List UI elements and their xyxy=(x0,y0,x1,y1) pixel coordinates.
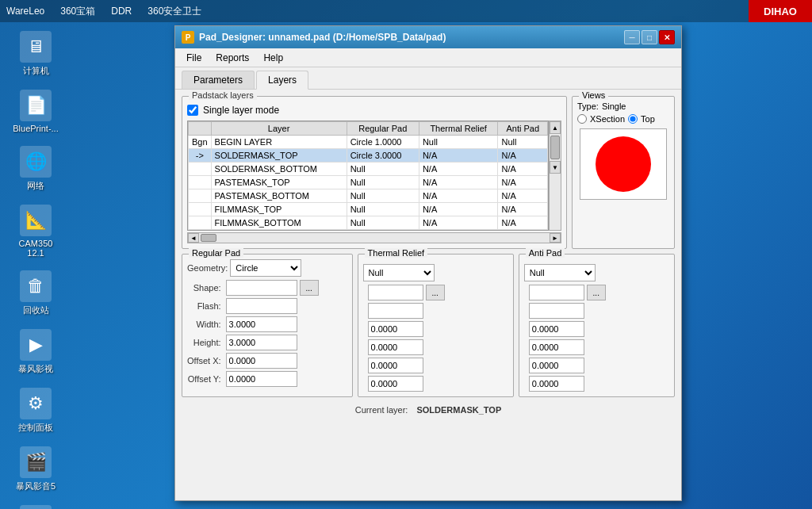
row-indicator: -> xyxy=(189,149,212,163)
views-type-row: Type: Single xyxy=(577,101,669,111)
cam350-label: CAM35012.1 xyxy=(19,239,53,258)
col-layer: Layer xyxy=(211,122,347,136)
xsection-radio[interactable] xyxy=(577,114,587,124)
thermal-offsetx-input[interactable]: 0.0000 xyxy=(368,358,423,373)
row-indicator xyxy=(189,216,212,230)
single-layer-mode-checkbox[interactable] xyxy=(187,105,198,116)
shape-input[interactable] xyxy=(226,280,297,296)
layer-table-area: Layer Regular Pad Thermal Relief Anti Pa… xyxy=(187,121,561,231)
scrollbar-down-btn[interactable]: ▼ xyxy=(550,161,561,174)
thermal-width-input[interactable]: 0.0000 xyxy=(368,321,423,337)
row-indicator xyxy=(189,189,212,203)
table-row[interactable]: PASTEMASK_TOP Null N/A N/A xyxy=(189,176,548,189)
recycle-label: 回收站 xyxy=(23,304,49,316)
menu-reports[interactable]: Reports xyxy=(209,51,255,65)
taskbar-item-ddr[interactable]: DDR xyxy=(111,6,132,17)
height-input[interactable]: 3.0000 xyxy=(226,335,297,350)
maximize-button[interactable]: □ xyxy=(642,30,657,44)
thermal-height-input[interactable]: 0.0000 xyxy=(368,339,423,355)
close-button[interactable]: ✕ xyxy=(659,30,675,44)
minimize-button[interactable]: ─ xyxy=(624,30,640,44)
anti-offsetx-input[interactable]: 0.0000 xyxy=(529,358,584,373)
thermal-offsety-input[interactable]: 0.0000 xyxy=(368,376,423,392)
table-row[interactable]: Bgn BEGIN LAYER Circle 1.0000 Null Null xyxy=(189,136,548,149)
shape-browse-btn[interactable]: ... xyxy=(300,280,319,296)
hscrollbar-right-btn[interactable]: ► xyxy=(550,233,561,243)
anti-width-input[interactable]: 0.0000 xyxy=(529,321,584,337)
thermal-shape-row: ... xyxy=(368,285,508,300)
anti-geometry-select[interactable]: Null xyxy=(524,264,596,281)
width-input[interactable]: 3.0000 xyxy=(226,316,297,332)
table-row[interactable]: PASTEMASK_BOTTOM Null N/A N/A xyxy=(189,189,548,203)
offset-y-input[interactable]: 0.0000 xyxy=(226,371,297,387)
hscrollbar-thumb[interactable] xyxy=(201,234,216,242)
geometry-select[interactable]: Circle Square Oblong xyxy=(230,259,301,277)
hscrollbar-track xyxy=(218,233,550,243)
pad-preview-circle xyxy=(596,136,651,192)
anti-shape-input[interactable] xyxy=(529,285,584,300)
layer-table: Layer Regular Pad Thermal Relief Anti Pa… xyxy=(188,121,548,230)
recycle-icon: 🗑 xyxy=(20,270,52,302)
table-row[interactable]: FILMMASK_BOTTOM Null N/A N/A xyxy=(189,216,548,230)
desktop-icon-controlpanel[interactable]: ⚙ 控制面板 xyxy=(8,385,63,437)
row-regular-pad: Null xyxy=(347,203,419,216)
regular-pad-title: Regular Pad xyxy=(189,248,243,258)
thermal-browse-btn[interactable]: ... xyxy=(426,285,445,300)
row-regular-pad: Null xyxy=(347,176,419,189)
window-icon: P xyxy=(182,31,194,44)
stormvideo-label: 暴风影音5 xyxy=(16,480,56,492)
menu-bar: File Reports Help xyxy=(175,48,681,67)
top-radio[interactable] xyxy=(628,114,638,124)
top-label: Top xyxy=(641,114,655,124)
anti-height-input[interactable]: 0.0000 xyxy=(529,339,584,355)
layer-table-hscrollbar[interactable]: ◄ ► xyxy=(187,232,561,243)
thermal-shape-input[interactable] xyxy=(368,285,423,300)
anti-browse-btn[interactable]: ... xyxy=(587,285,606,300)
scrollbar-up-btn[interactable]: ▲ xyxy=(550,121,561,134)
taskbar-item-360[interactable]: 360宝箱 xyxy=(60,5,95,18)
row-layer: PASTEMASK_BOTTOM xyxy=(211,189,347,203)
hscrollbar-left-btn[interactable]: ◄ xyxy=(188,233,199,243)
table-row[interactable]: -> SOLDERMASK_TOP Circle 3.0000 N/A N/A xyxy=(189,149,548,163)
desktop-icon-recycle[interactable]: 🗑 回收站 xyxy=(8,267,63,320)
tab-layers[interactable]: Layers xyxy=(256,71,308,90)
menu-file[interactable]: File xyxy=(180,51,208,65)
shape-input-row: ... xyxy=(226,280,347,296)
desktop-icon-computer[interactable]: 🖥 计算机 xyxy=(8,28,63,80)
title-bar: P Pad_Designer: unnamed.pad (D:/Home/SPB… xyxy=(175,26,681,48)
desktop-icon-cam350[interactable]: 📐 CAM35012.1 xyxy=(8,201,63,261)
row-anti-pad: N/A xyxy=(498,176,548,189)
desktop-icon-stormvideo[interactable]: 🎬 暴风影音5 xyxy=(8,443,63,496)
thermal-flash-input[interactable] xyxy=(368,303,423,319)
content-area: Padstack layers Single layer mode Layer xyxy=(175,90,681,500)
row-thermal-relief: Null xyxy=(419,136,498,149)
current-layer-bar: Current layer: SOLDERMASK_TOP xyxy=(182,402,675,418)
tab-parameters[interactable]: Parameters xyxy=(182,71,255,89)
menu-help[interactable]: Help xyxy=(257,51,289,65)
anti-offsety-input[interactable]: 0.0000 xyxy=(529,376,584,392)
scrollbar-thumb[interactable] xyxy=(550,136,560,159)
desktop-icon-blueprint[interactable]: 📄 BluePrint-... xyxy=(8,86,63,136)
network-label: 网络 xyxy=(27,180,44,192)
desktop-icon-network[interactable]: 🌐 网络 xyxy=(8,143,63,195)
table-row[interactable]: SOLDERMASK_BOTTOM Null N/A N/A xyxy=(189,163,548,176)
row-thermal-relief: N/A xyxy=(419,176,498,189)
anti-pad-params: Null ... 0.0000 0.000 xyxy=(524,264,669,392)
desktop-icon-storm[interactable]: ▶ 暴风影视 xyxy=(8,326,63,378)
offset-x-input[interactable]: 0.0000 xyxy=(226,353,297,369)
taskbar-item-wareLeo[interactable]: WareLeo xyxy=(6,6,44,17)
taskbar-item-360security[interactable]: 360安全卫士 xyxy=(147,5,201,18)
flash-input[interactable] xyxy=(226,298,297,314)
tab-bar: Parameters Layers xyxy=(175,67,681,90)
table-row[interactable]: FILMMASK_TOP Null N/A N/A xyxy=(189,203,548,216)
layer-table-vscrollbar[interactable]: ▲ ▼ xyxy=(549,121,561,231)
thermal-grid: ... 0.0000 0.0000 0.0000 0.0000 xyxy=(363,285,508,392)
row-anti-pad: N/A xyxy=(498,163,548,176)
row-thermal-relief: N/A xyxy=(419,203,498,216)
anti-flash-input[interactable] xyxy=(529,303,584,319)
thermal-geometry-select[interactable]: Null xyxy=(363,264,435,281)
flash-input-row xyxy=(226,298,347,314)
desktop-icon-antivirus[interactable]: 🛡 360杀毒 xyxy=(8,502,63,509)
regular-pad-params: Shape: ... Flash: Width: 3.0000 Height: … xyxy=(187,280,347,387)
offset-x-label: Offset X: xyxy=(187,356,221,365)
